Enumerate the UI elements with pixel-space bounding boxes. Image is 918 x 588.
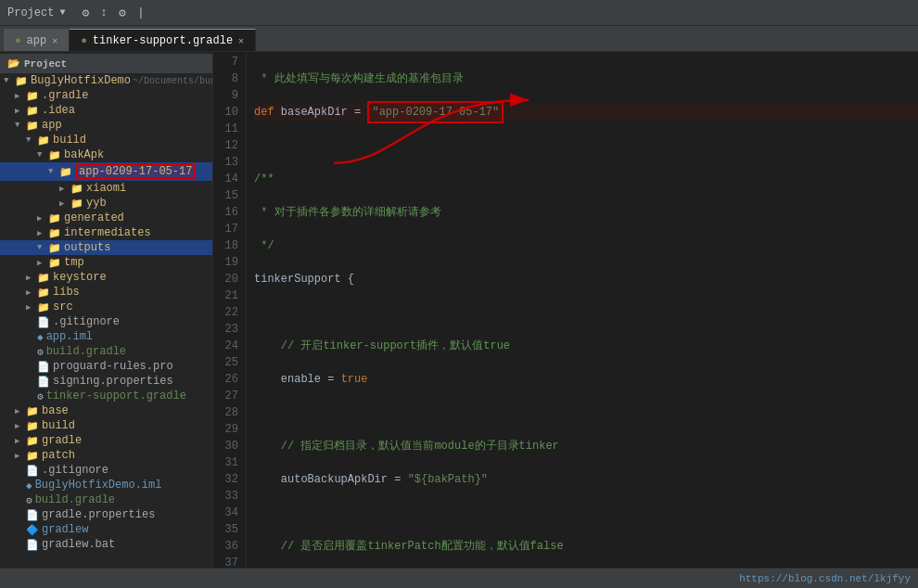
status-bar: https://blog.csdn.net/lkjfyy xyxy=(0,568,918,588)
src-icon: 📁 xyxy=(37,301,50,313)
app-icon: 📁 xyxy=(26,120,39,132)
code-line-16: enable = true xyxy=(254,371,918,388)
title-bar: Project ▼ ⚙ ↕ ⚙ | xyxy=(0,0,918,26)
tree-item-intermediates[interactable]: ▶ 📁 intermediates xyxy=(0,225,212,240)
tree-root[interactable]: ▼ 📁 BuglyHotfixDemo ~/Documents/bugly/co… xyxy=(0,73,212,88)
tree-item-patch[interactable]: ▶ 📁 patch xyxy=(0,448,212,463)
tmp-icon: 📁 xyxy=(48,257,61,269)
src-label: src xyxy=(53,300,73,313)
code-area[interactable]: 7891011 1213141516 1718192021 2223242526… xyxy=(213,52,918,568)
sync-icon[interactable]: ↕ xyxy=(96,4,111,21)
idea-icon: 📁 xyxy=(26,105,39,117)
code-line-8: def baseApkDir = "app-0209-17-05-17" xyxy=(254,104,918,121)
tree-item-base[interactable]: ▶ 📁 base xyxy=(0,403,212,418)
yyb-label: yyb xyxy=(86,197,107,210)
gradlew-label: gradlew xyxy=(42,523,88,536)
tree-item-proguard[interactable]: 📄 proguard-rules.pro xyxy=(0,359,212,374)
tree-item-build-gradle-app[interactable]: ⚙ build.gradle xyxy=(0,344,212,359)
tree-item-app-date[interactable]: ▼ 📁 app-0209-17-05-17 xyxy=(0,162,212,181)
sidebar-header: 📂 Project xyxy=(0,54,212,73)
tmp-arrow: ▶ xyxy=(37,258,48,268)
tree-item-app[interactable]: ▼ 📁 app xyxy=(0,118,212,133)
gradle-root-arrow: ▶ xyxy=(15,436,26,446)
config-icon[interactable]: ⚙ xyxy=(115,4,130,22)
tree-item-gradlew[interactable]: 🔷 gradlew xyxy=(0,522,212,537)
sidebar: 📂 Project ▼ 📁 BuglyHotfixDemo ~/Document… xyxy=(0,52,213,568)
gradle-props-label: gradle.properties xyxy=(42,508,155,521)
tree-item-bakapk[interactable]: ▼ 📁 bakApk xyxy=(0,147,212,162)
build-arrow: ▼ xyxy=(26,135,37,145)
xiaomi-label: xiaomi xyxy=(86,182,126,195)
code-line-21: // 是否启用覆盖tinkerPatch配置功能，默认值false xyxy=(254,538,918,555)
gradlew-icon: 🔷 xyxy=(26,524,39,536)
gradle-props-icon: 📄 xyxy=(26,509,39,521)
app-date-label: app-0209-17-05-17 xyxy=(75,163,196,180)
patch-arrow: ▶ xyxy=(15,451,26,461)
tmp-label: tmp xyxy=(64,256,84,269)
idea-arrow: ▶ xyxy=(15,106,26,116)
generated-arrow: ▶ xyxy=(37,213,48,224)
kw-8: def xyxy=(254,104,274,121)
comment-15: // 开启tinker-support插件，默认值true xyxy=(254,338,510,354)
tree-item-signing[interactable]: 📄 signing.properties xyxy=(0,374,212,389)
code-line-7: * 此处填写与每次构建生成的基准包目录 xyxy=(254,70,918,87)
proguard-label: proguard-rules.pro xyxy=(53,360,173,373)
build-icon: 📁 xyxy=(37,134,50,147)
tab-app[interactable]: ● app ✕ xyxy=(4,29,70,51)
outputs-arrow: ▼ xyxy=(37,243,48,252)
comment-7: * 此处填写与每次构建生成的基准包目录 xyxy=(254,70,464,87)
tab-app-close[interactable]: ✕ xyxy=(52,35,57,46)
tree-item-gradle-props[interactable]: 📄 gradle.properties xyxy=(0,507,212,522)
idea-label: .idea xyxy=(42,104,75,117)
kw-16: true xyxy=(341,371,368,388)
tree-item-gradlew-bat[interactable]: 📄 gradlew.bat xyxy=(0,537,212,552)
divider-icon: | xyxy=(134,4,148,21)
generated-icon: 📁 xyxy=(48,212,61,224)
text-13: tinkerSupport { xyxy=(254,271,354,288)
tree-item-outputs[interactable]: ▼ 📁 outputs xyxy=(0,240,212,255)
tree-item-app-iml[interactable]: ◆ app.iml xyxy=(0,329,212,344)
settings-icon[interactable]: ⚙ xyxy=(78,4,93,22)
tree-item-xiaomi[interactable]: ▶ 📁 xiaomi xyxy=(0,181,212,196)
signing-icon: 📄 xyxy=(37,376,50,388)
app-date-icon: 📁 xyxy=(59,166,72,178)
tree-item-gitignore-root[interactable]: 📄 .gitignore xyxy=(0,463,212,478)
tree-item-tinker-gradle[interactable]: ⚙ tinker-support.gradle xyxy=(0,389,212,403)
outputs-label: outputs xyxy=(64,241,110,254)
intermediates-arrow: ▶ xyxy=(37,228,48,238)
tree-item-bugly-iml[interactable]: ◆ BuglyHotfixDemo.iml xyxy=(0,478,212,492)
tree-item-build-gradle-root[interactable]: ⚙ build.gradle xyxy=(0,492,212,507)
bakapk-icon: 📁 xyxy=(48,149,61,161)
yyb-arrow: ▶ xyxy=(59,198,70,209)
tree-item-gradle-dir[interactable]: ▶ 📁 .gradle xyxy=(0,88,212,103)
tree-item-gradle-root[interactable]: ▶ 📁 gradle xyxy=(0,433,212,448)
code-line-10: /** xyxy=(254,171,918,187)
build-gradle-root-label: build.gradle xyxy=(35,493,115,506)
tree-item-src[interactable]: ▶ 📁 src xyxy=(0,300,212,314)
tree-item-idea[interactable]: ▶ 📁 .idea xyxy=(0,103,212,118)
tree-item-generated[interactable]: ▶ 📁 generated xyxy=(0,211,212,225)
tab-tinker-label: tinker-support.gradle xyxy=(93,34,233,47)
tree-item-gitignore-app[interactable]: 📄 .gitignore xyxy=(0,314,212,329)
build-gradle-app-icon: ⚙ xyxy=(37,346,44,358)
comment-10: /** xyxy=(254,171,274,187)
tree-item-build[interactable]: ▼ 📁 build xyxy=(0,133,212,147)
tab-tinker-support[interactable]: ● tinker-support.gradle ✕ xyxy=(70,29,256,51)
editor-wrapper: 7891011 1213141516 1718192021 2223242526… xyxy=(213,52,918,568)
text-19: autoBackupApkDir = xyxy=(254,471,408,488)
project-dropdown-icon[interactable]: ▼ xyxy=(59,7,65,18)
outputs-icon: 📁 xyxy=(48,242,61,254)
tab-bar: ● app ✕ ● tinker-support.gradle ✕ xyxy=(0,26,918,52)
tab-tinker-close[interactable]: ✕ xyxy=(238,35,244,46)
tree-item-build-root[interactable]: ▶ 📁 build xyxy=(0,418,212,433)
app-label: app xyxy=(42,119,62,132)
gradle-dir-icon: 📁 xyxy=(26,90,39,102)
tree-item-tmp[interactable]: ▶ 📁 tmp xyxy=(0,255,212,270)
str-8: "app-0209-17-05-17" xyxy=(367,101,504,123)
tree-item-yyb[interactable]: ▶ 📁 yyb xyxy=(0,196,212,211)
tree-item-libs[interactable]: ▶ 📁 libs xyxy=(0,285,212,300)
tree-item-keystore[interactable]: ▶ 📁 keystore xyxy=(0,270,212,285)
code-line-9 xyxy=(254,137,918,154)
xiaomi-arrow: ▶ xyxy=(59,184,70,194)
gitignore-app-label: .gitignore xyxy=(53,315,120,328)
